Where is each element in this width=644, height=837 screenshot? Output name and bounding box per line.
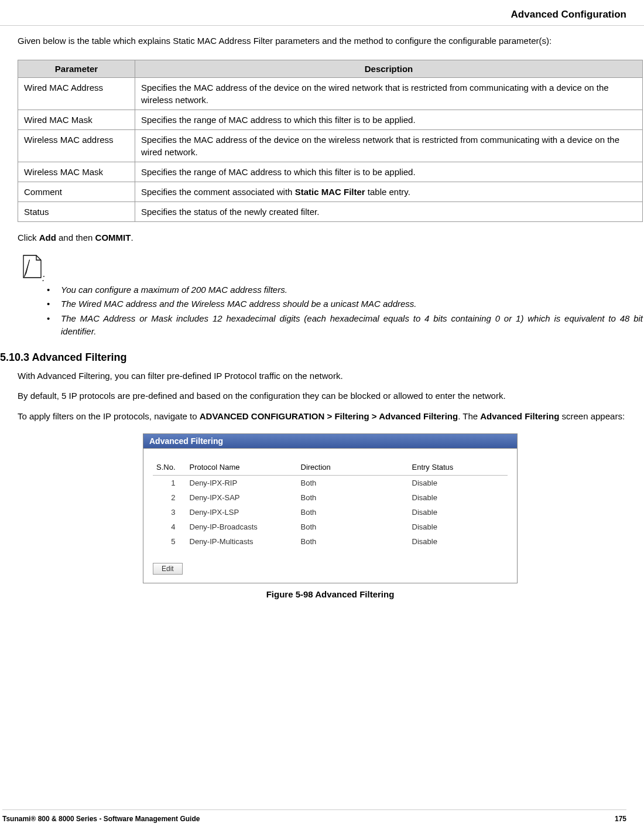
- scr-cell-proto: Deny-IP-Broadcasts: [186, 520, 297, 534]
- scr-cell-dir: Both: [297, 505, 409, 520]
- screenshot-table: S.No. Protocol Name Direction Entry Stat…: [153, 459, 508, 549]
- click-instruction: Click Add and then COMMIT.: [18, 233, 643, 242]
- body-paragraph: By default, 5 IP protocols are pre-defin…: [18, 390, 643, 403]
- note-item: You can configure a maximum of 200 MAC a…: [47, 283, 643, 297]
- scr-th-sno: S.No.: [153, 459, 186, 476]
- scr-cell-sno: 1: [153, 476, 186, 491]
- cell-desc: Specifies the MAC address of the device …: [135, 129, 643, 162]
- scr-row[interactable]: 2 Deny-IPX-SAP Both Disable: [153, 490, 508, 505]
- scr-cell-dir: Both: [297, 534, 409, 549]
- scr-row[interactable]: 4 Deny-IP-Broadcasts Both Disable: [153, 520, 508, 534]
- scr-cell-dir: Both: [297, 490, 409, 505]
- cell-param: Status: [18, 201, 135, 221]
- page-header: Advanced Configuration: [0, 0, 644, 26]
- cell-desc: Specifies the MAC address of the device …: [135, 77, 643, 110]
- scr-th-proto: Protocol Name: [186, 459, 297, 476]
- note-item: The MAC Address or Mask includes 12 hexa…: [47, 312, 643, 339]
- scr-cell-sno: 2: [153, 490, 186, 505]
- scr-cell-status: Disable: [409, 520, 508, 534]
- cell-param: Wireless MAC Mask: [18, 162, 135, 182]
- scr-header-row: S.No. Protocol Name Direction Entry Stat…: [153, 459, 508, 476]
- cell-param: Comment: [18, 182, 135, 201]
- cell-param: Wired MAC Address: [18, 77, 135, 110]
- figure: Advanced Filtering S.No. Protocol Name D…: [18, 433, 643, 599]
- scr-row[interactable]: 5 Deny-IP-Multicasts Both Disable: [153, 534, 508, 549]
- screenshot-body: S.No. Protocol Name Direction Entry Stat…: [143, 449, 517, 583]
- section-heading: 5.10.3 Advanced Filtering: [0, 351, 643, 364]
- scr-cell-proto: Deny-IP-Multicasts: [186, 534, 297, 549]
- cell-param: Wireless MAC address: [18, 129, 135, 162]
- page-footer: Tsunami® 800 & 8000 Series - Software Ma…: [2, 809, 626, 823]
- note-colon: :: [42, 273, 44, 283]
- scr-cell-sno: 5: [153, 534, 186, 549]
- scr-cell-sno: 4: [153, 520, 186, 534]
- screenshot-panel: Advanced Filtering S.No. Protocol Name D…: [143, 433, 518, 583]
- scr-cell-proto: Deny-IPX-SAP: [186, 490, 297, 505]
- note-icon: [21, 254, 42, 281]
- scr-cell-status: Disable: [409, 490, 508, 505]
- scr-th-status: Entry Status: [409, 459, 508, 476]
- edit-button[interactable]: Edit: [153, 563, 183, 575]
- parameter-table: Parameter Description Wired MAC Address …: [18, 60, 643, 222]
- notes-list: You can configure a maximum of 200 MAC a…: [18, 283, 643, 339]
- scr-cell-proto: Deny-IPX-LSP: [186, 505, 297, 520]
- table-row: Wired MAC Address Specifies the MAC addr…: [18, 77, 643, 110]
- note-block: : You can configure a maximum of 200 MAC…: [18, 254, 643, 339]
- intro-paragraph: Given below is the table which explains …: [18, 35, 643, 48]
- scr-row[interactable]: 1 Deny-IPX-RIP Both Disable: [153, 476, 508, 491]
- scr-cell-proto: Deny-IPX-RIP: [186, 476, 297, 491]
- note-item: The Wired MAC address and the Wireless M…: [47, 298, 643, 311]
- scr-cell-dir: Both: [297, 520, 409, 534]
- cell-desc: Specifies the range of MAC address to wh…: [135, 110, 643, 129]
- scr-row[interactable]: 3 Deny-IPX-LSP Both Disable: [153, 505, 508, 520]
- page-content: Given below is the table which explains …: [0, 26, 644, 599]
- screenshot-title: Advanced Filtering: [143, 434, 517, 449]
- table-row: Status Specifies the status of the newly…: [18, 201, 643, 221]
- scr-cell-sno: 3: [153, 505, 186, 520]
- table-row: Comment Specifies the comment associated…: [18, 182, 643, 201]
- scr-cell-status: Disable: [409, 505, 508, 520]
- figure-caption: Figure 5-98 Advanced Filtering: [18, 589, 643, 599]
- cell-desc: Specifies the status of the newly create…: [135, 201, 643, 221]
- table-row: Wireless MAC Mask Specifies the range of…: [18, 162, 643, 182]
- body-paragraph: With Advanced Filtering, you can filter …: [18, 370, 643, 383]
- cell-desc: Specifies the range of MAC address to wh…: [135, 162, 643, 182]
- scr-cell-status: Disable: [409, 534, 508, 549]
- scr-cell-dir: Both: [297, 476, 409, 491]
- cell-desc: Specifies the comment associated with St…: [135, 182, 643, 201]
- body-paragraph: To apply filters on the IP protocols, na…: [18, 410, 643, 423]
- table-row: Wired MAC Mask Specifies the range of MA…: [18, 110, 643, 129]
- page-number: 175: [615, 815, 626, 823]
- table-header-row: Parameter Description: [18, 60, 643, 77]
- cell-param: Wired MAC Mask: [18, 110, 135, 129]
- footer-title: Tsunami® 800 & 8000 Series - Software Ma…: [2, 815, 200, 823]
- scr-cell-status: Disable: [409, 476, 508, 491]
- th-description: Description: [135, 60, 643, 77]
- scr-th-dir: Direction: [297, 459, 409, 476]
- table-row: Wireless MAC address Specifies the MAC a…: [18, 129, 643, 162]
- th-parameter: Parameter: [18, 60, 135, 77]
